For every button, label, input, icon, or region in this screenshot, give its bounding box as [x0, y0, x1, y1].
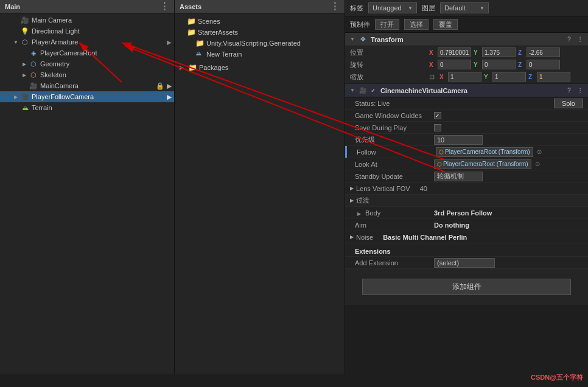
look-at-ref-text: PlayerCameraRoot (Transform)	[443, 161, 528, 167]
skeleton-icon: ⬡	[29, 71, 38, 79]
rot-z-input[interactable]	[527, 60, 560, 69]
help-icon[interactable]: ?	[567, 36, 571, 43]
x-axis-label: X	[429, 61, 436, 68]
hierarchy-item-geometry[interactable]: ▶ ⬡ Geometry	[0, 58, 174, 69]
extensions-label: Extensions	[355, 248, 434, 255]
add-extension-row: Add Extension (select)	[345, 257, 588, 269]
hierarchy-item-main-camera2[interactable]: 🎥 MainCamera 🔒 ▶	[0, 80, 174, 91]
prefab-open-button[interactable]: 打开	[375, 19, 399, 30]
collapse-arrow-icon: ▼	[350, 37, 355, 42]
cinemachine-component: ▼ 🎥 ✓ CinemachineVirtualCamera ? ⋮ Statu…	[345, 84, 588, 305]
save-during-play-checkbox[interactable]	[434, 124, 441, 131]
transform-header[interactable]: ▼ ✥ Transform ? ⋮	[345, 33, 588, 46]
prefab-override-button[interactable]: 覆盖	[433, 19, 458, 30]
standby-row: Standby Update 轮循机制	[345, 170, 588, 183]
project-item-label: Scenes	[198, 18, 220, 25]
look-at-transform-ref[interactable]: ⬡ PlayerCameraRoot (Transform)	[434, 159, 531, 169]
hierarchy-item-main-camera[interactable]: 🎥 Main Camera	[0, 15, 174, 26]
project-item-label: Packages	[199, 64, 228, 71]
expand-arrow	[12, 16, 19, 24]
hierarchy-item-label: PlayerCameraRoot	[40, 49, 97, 57]
hierarchy-item-player-camera-root[interactable]: ◈ PlayerCameraRoot	[0, 47, 174, 58]
folder-icon: 📁	[187, 28, 195, 37]
add-extension-value: (select)	[434, 258, 583, 268]
camera-icon: 🎥	[21, 92, 29, 101]
game-window-checkbox[interactable]: ✓	[434, 112, 441, 119]
expand-arrow	[21, 49, 28, 57]
transform-icon: ✥	[359, 35, 367, 44]
look-at-remove-icon[interactable]: ⊙	[535, 161, 540, 167]
rot-x-input[interactable]	[438, 60, 471, 69]
prefab-select-button[interactable]: 选择	[404, 19, 429, 30]
status-row: Status: Live Solo	[345, 97, 588, 110]
hierarchy-item-player-armature[interactable]: ▼ ⬡ PlayerArmature ▶	[0, 37, 174, 47]
project-item-visual-scripting[interactable]: 📁 Unity.VisualScripting.Generated	[175, 38, 345, 49]
project-title: Assets	[180, 3, 201, 10]
pos-x-input[interactable]	[438, 47, 471, 57]
pos-y-input[interactable]	[482, 47, 516, 57]
expand-arrow	[12, 27, 19, 35]
follow-remove-icon[interactable]: ⊙	[537, 148, 542, 155]
cinemachine-header[interactable]: ▼ 🎥 ✓ CinemachineVirtualCamera ? ⋮	[345, 84, 588, 97]
camera-icon: 🎥	[29, 82, 38, 90]
hierarchy-item-terrain[interactable]: ⛰ Terrain	[0, 102, 174, 113]
look-at-label: Look At	[355, 161, 434, 168]
scale-x-input[interactable]	[448, 72, 481, 82]
body-value-text: 3rd Person Follow	[434, 209, 492, 217]
settings-icon[interactable]: ⋮	[577, 36, 583, 43]
project-item-scenes[interactable]: 📁 Scenes	[175, 16, 345, 27]
tag-dropdown[interactable]: Untagged ▼	[368, 2, 417, 13]
scale-row: 缩放 ⊡ X Y Z	[345, 71, 588, 83]
hierarchy-item-player-follow-camera[interactable]: ▶ 🎥 PlayerFollowCamera ▶	[0, 91, 174, 102]
add-component-button[interactable]: 添加组件	[362, 279, 571, 295]
scale-fields: ⊡ X Y Z	[429, 72, 583, 82]
project-item-packages[interactable]: ▶ 📁 Packages	[175, 62, 345, 73]
rot-y-field: Y	[474, 60, 516, 69]
project-menu-icon[interactable]: ⋮	[330, 1, 340, 12]
noise-foldout[interactable]: ▶ Noise Basic Multi Channel Perlin	[345, 231, 588, 243]
save-during-play-row: Save During Play	[345, 122, 588, 134]
body-arrow-icon: ▶	[357, 211, 361, 217]
settings-icon[interactable]: ⋮	[577, 87, 583, 94]
scale-z-field: Z	[528, 72, 570, 82]
project-item-label: New Terrain	[206, 51, 242, 58]
aim-value: Do nothing	[434, 221, 583, 229]
add-extension-dropdown[interactable]: (select)	[434, 258, 495, 268]
scale-y-input[interactable]	[492, 72, 526, 82]
hierarchy-item-directional-light[interactable]: 💡 Directional Light	[0, 26, 174, 37]
noise-value: Basic Multi Channel Perlin	[383, 234, 467, 241]
save-during-play-label: Save During Play	[355, 124, 434, 131]
transition-foldout[interactable]: ▶ 过渡	[345, 195, 588, 207]
transform-component: ▼ ✥ Transform ? ⋮ 位置 X Y	[345, 33, 588, 83]
hierarchy-menu-icon[interactable]: ⋮	[159, 1, 169, 12]
pos-z-input[interactable]	[527, 47, 560, 57]
position-row: 位置 X Y Z	[345, 46, 588, 58]
body-label-text: Body	[365, 209, 380, 217]
foldout-arrow-icon: ▶	[350, 234, 354, 240]
foldout-arrow-icon: ▶	[350, 198, 354, 203]
expand-arrow: ▶	[21, 60, 28, 68]
noise-label: Noise	[356, 234, 373, 241]
add-component-area: 添加组件	[345, 269, 588, 305]
priority-field[interactable]: 10	[434, 135, 483, 145]
lens-foldout[interactable]: ▶ Lens Vertical FOV 40	[345, 183, 588, 195]
standby-field[interactable]: 轮循机制	[434, 172, 483, 181]
follow-transform-ref[interactable]: ⬡ PlayerCameraRoot (Transform)	[436, 147, 533, 157]
file-icon: ⛰	[195, 50, 204, 58]
scale-z-input[interactable]	[537, 72, 570, 82]
rot-y-input[interactable]	[482, 60, 516, 69]
prefab-small-icon: ▶	[167, 82, 172, 90]
help-icon[interactable]: ?	[567, 87, 571, 94]
solo-button[interactable]: Solo	[554, 99, 583, 108]
standby-value: 轮循机制	[434, 172, 583, 181]
hierarchy-item-skeleton[interactable]: ▶ ⬡ Skeleton	[0, 69, 174, 80]
layer-dropdown[interactable]: Default ▼	[440, 2, 489, 13]
project-item-new-terrain[interactable]: ⛰ New Terrain	[175, 49, 345, 60]
enable-toggle[interactable]: ✓	[371, 88, 376, 94]
project-item-starter-assets[interactable]: 📁 StarterAssets	[175, 27, 345, 38]
tag-label: 标签	[350, 4, 363, 13]
rot-z-field: Z	[518, 60, 560, 69]
transform-ref-icon: ⬡	[437, 161, 442, 167]
inspector-panel: 标签 Untagged ▼ 图层 Default ▼ 预制件 打开 选择 覆盖 …	[345, 0, 588, 374]
inspector-top-bar: 标签 Untagged ▼ 图层 Default ▼	[345, 0, 588, 16]
